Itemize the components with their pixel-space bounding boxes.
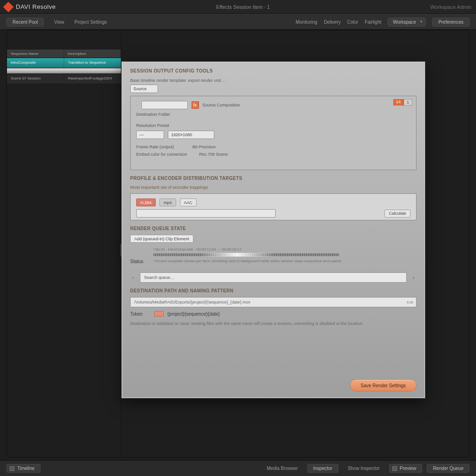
row-label: Destination Folder bbox=[136, 112, 170, 117]
section-subtitle: Most important set of encoder trappings bbox=[130, 185, 416, 190]
section-title: SESSION OUTPUT CONFIG TOOLS bbox=[130, 68, 416, 73]
bottom-item-show-inspector[interactable]: Show Inspector bbox=[343, 464, 384, 472]
bottom-item-preview[interactable]: Preview bbox=[389, 464, 423, 473]
field-label: Embed color for conversion bbox=[136, 152, 187, 157]
timeline-icon bbox=[10, 466, 14, 471]
field-label: Resolution Preset bbox=[136, 123, 187, 128]
token-swatch-icon bbox=[154, 311, 164, 317]
bottombar: Timeline Media Browser Inspector Show In… bbox=[0, 460, 476, 476]
list-cell: IntroComposite bbox=[7, 58, 64, 68]
list-cell: RawImportedFootage2024 bbox=[64, 74, 121, 84]
field-label: Frame Rate (output) bbox=[136, 145, 174, 149]
list-cell: Transition to Sequence bbox=[64, 58, 121, 68]
add-clip-button[interactable]: Add (queued-in) Clip Element bbox=[130, 235, 193, 243]
list-cell: Scene 07 Session bbox=[7, 74, 64, 84]
titlebar: DAVI Resolve Effects Session Item · 1 Wo… bbox=[0, 0, 476, 14]
queue-progress bbox=[153, 253, 339, 256]
toolbar-item-fairlight[interactable]: Fairlight bbox=[365, 20, 382, 25]
titlebar-right: Workspace Admin bbox=[430, 4, 471, 10]
bitrate-field[interactable] bbox=[136, 209, 276, 218]
section-title: DESTINATION PATH AND NAMING PATTERN bbox=[130, 288, 416, 293]
app-name: DAVI Resolve bbox=[16, 3, 56, 10]
footnote-text: Destination is validated on save; existi… bbox=[130, 321, 416, 326]
preview-label: Preview bbox=[400, 466, 416, 471]
save-button[interactable]: Save Render Settings bbox=[350, 379, 416, 391]
section-subtitle: Base timeline render template: export re… bbox=[130, 78, 416, 83]
legend-label: Token bbox=[130, 311, 151, 317]
section-title: PROFILE & ENCODER DISTRIBUTION TARGETS bbox=[130, 176, 416, 181]
queue-row-text: Clip 01 · IntroComposite · 00:00:12:04 →… bbox=[153, 247, 416, 251]
list-row[interactable] bbox=[7, 68, 121, 74]
workspace-dropdown[interactable]: Workspace bbox=[388, 18, 426, 26]
toolbar-item-delivery[interactable]: Delivery bbox=[324, 20, 341, 25]
left-panel: Sequence Name Description IntroComposite… bbox=[7, 30, 121, 457]
bottom-item-inspector[interactable]: Inspector bbox=[307, 464, 338, 473]
fx-icon[interactable]: fx bbox=[192, 101, 199, 109]
list-row[interactable]: IntroComposite Transition to Sequence bbox=[7, 58, 121, 68]
settings-modal: SESSION OUTPUT CONFIG TOOLS Base timelin… bbox=[121, 61, 425, 398]
app-logo-icon bbox=[3, 1, 14, 12]
nav-next-icon[interactable]: › bbox=[410, 272, 416, 283]
row-after-label: Source Composition bbox=[203, 103, 240, 107]
toolbar-item-monitoring[interactable]: Monitoring bbox=[296, 20, 317, 25]
panel-row-label: · bbox=[136, 103, 138, 107]
nav-prev-icon[interactable]: ‹ bbox=[130, 272, 136, 283]
field-label: Bit Precision bbox=[192, 145, 216, 149]
recent-pool-button[interactable]: Recent Pool bbox=[7, 18, 44, 26]
section-title: RENDER QUEUE STATE bbox=[130, 226, 416, 231]
toolbar-item-project-settings[interactable]: Project Settings bbox=[74, 20, 107, 25]
timeline-button[interactable]: Timeline bbox=[7, 464, 40, 473]
calculate-button[interactable]: Calculate bbox=[384, 210, 410, 218]
list-row[interactable]: Scene 07 Session RawImportedFootage2024 bbox=[7, 74, 121, 84]
dropdown-stub[interactable]: — bbox=[136, 131, 164, 139]
bottom-item-media-browser[interactable]: Media Browser bbox=[262, 464, 303, 472]
queue-note: Percent complete shown per item; renderi… bbox=[154, 259, 416, 264]
audio-chip[interactable]: AAC bbox=[180, 198, 197, 206]
queue-search-input[interactable]: Search queue… bbox=[140, 272, 407, 283]
list-header-col2[interactable]: Description bbox=[64, 50, 121, 58]
counter-value-b: 1 bbox=[404, 99, 412, 106]
encoder-panel: H.264 mp4 AAC Calculate bbox=[130, 193, 416, 220]
status-label: Status bbox=[130, 259, 151, 264]
timeline-label: Timeline bbox=[17, 466, 34, 471]
toolbar-item-color[interactable]: Color bbox=[347, 20, 358, 25]
resolution-field[interactable]: 1920×1080 bbox=[168, 131, 214, 139]
bottom-item-render-queue[interactable]: Render Queue bbox=[427, 464, 469, 473]
field-value: Rec.709 Scene bbox=[199, 152, 228, 157]
list-header: Sequence Name Description bbox=[7, 50, 121, 58]
list-header-col1[interactable]: Sequence Name bbox=[7, 50, 64, 58]
destination-path-field[interactable]: /Volumes/MediaRAID/Exports/{project}/{se… bbox=[130, 297, 416, 307]
config-panel-1: 14 1 · fx Source Composition Destination… bbox=[130, 96, 416, 170]
preferences-button[interactable]: Preferences bbox=[432, 18, 469, 26]
panel-counter: 14 1 bbox=[393, 99, 412, 106]
preview-icon bbox=[392, 466, 397, 471]
source-prefix-field[interactable]: Source bbox=[130, 85, 158, 93]
row-field[interactable] bbox=[141, 101, 188, 109]
toolbar-item-view[interactable]: View bbox=[54, 20, 64, 25]
legend-text: {project}{sequence}{date} bbox=[167, 311, 220, 317]
main-toolbar: Recent Pool View Project Settings Monito… bbox=[0, 14, 476, 30]
codec-chip[interactable]: H.264 bbox=[136, 198, 156, 206]
destination-edit-link[interactable]: Edit bbox=[407, 300, 413, 304]
container-chip[interactable]: mp4 bbox=[159, 198, 176, 206]
titlebar-center: Effects Session Item · 1 bbox=[56, 4, 430, 10]
destination-path-value: /Volumes/MediaRAID/Exports/{project}/{se… bbox=[134, 300, 251, 304]
counter-value-a: 14 bbox=[393, 99, 404, 106]
